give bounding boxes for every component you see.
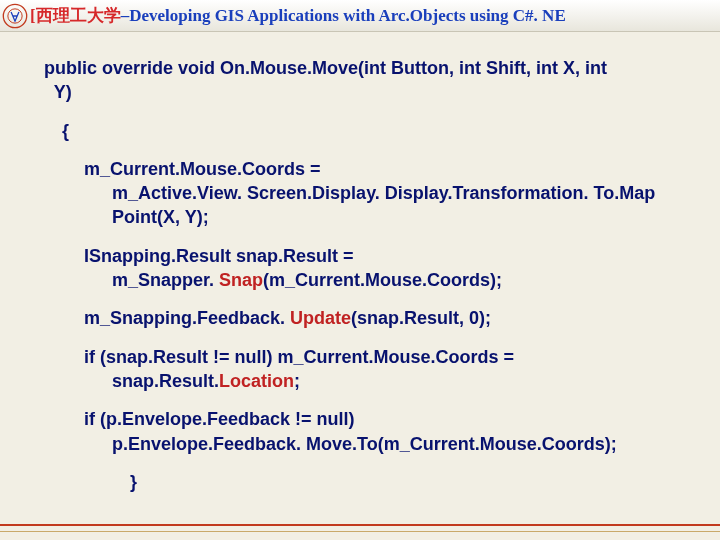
stmt-if-snap: if (snap.Result != null) m_Current.Mouse… — [44, 345, 676, 394]
stmt-update: m_Snapping.Feedback. Update(snap.Result,… — [44, 306, 676, 330]
stmt-if-envelope: if (p.Envelope.Feedback != null) p.Envel… — [44, 407, 676, 456]
header-separator: – — [121, 6, 130, 26]
brace-close: } — [44, 470, 676, 494]
snap-call: Snap — [219, 270, 263, 290]
header-title: Developing GIS Applications with Arc.Obj… — [129, 6, 566, 26]
header-institution: 西理工大学 — [36, 4, 121, 27]
footer-rule-secondary — [0, 531, 720, 532]
location-prop: Location — [219, 371, 294, 391]
method-signature: public override void On.Mouse.Move(int B… — [44, 56, 676, 105]
update-call: Update — [290, 308, 351, 328]
stmt-snap: ISnapping.Result snap.Result = m_Snapper… — [44, 244, 676, 293]
footer-rule-primary — [0, 524, 720, 526]
slide-header: [ 西理工大学 – Developing GIS Applications wi… — [0, 0, 720, 32]
code-block: public override void On.Mouse.Move(int B… — [0, 32, 720, 494]
stmt-assign-coords: m_Current.Mouse.Coords = m_Active.View. … — [44, 157, 676, 230]
brace-open: { — [44, 119, 676, 143]
university-logo-icon — [2, 3, 28, 29]
